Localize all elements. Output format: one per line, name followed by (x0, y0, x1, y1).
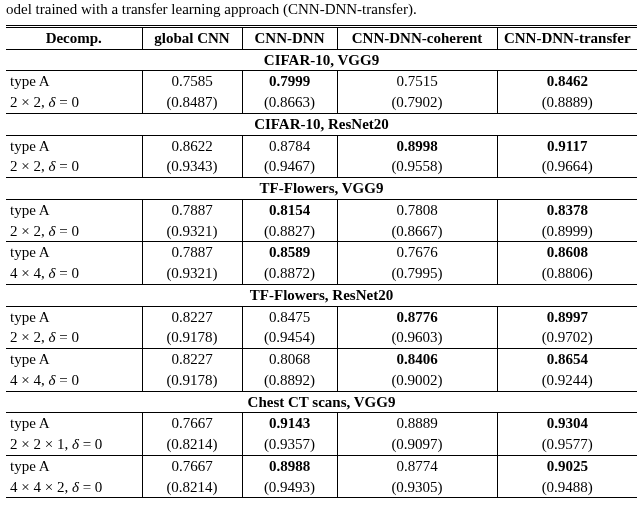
cell-cnn-dnn-coherent: (0.7995) (337, 263, 497, 284)
cell-cnn-dnn: 0.8589 (242, 242, 337, 263)
cell-cnn-dnn-transfer: (0.8889) (497, 92, 637, 113)
cell-global-cnn: 0.7667 (142, 455, 242, 476)
section-title-row: CIFAR-10, VGG9 (6, 49, 637, 71)
cell-cnn-dnn-coherent: (0.9603) (337, 327, 497, 348)
cell-cnn-dnn-transfer: 0.8378 (497, 199, 637, 220)
decomp-cell: 2 × 2, δ = 0 (6, 92, 142, 113)
cell-cnn-dnn-transfer: 0.8997 (497, 306, 637, 327)
cell-cnn-dnn: 0.8475 (242, 306, 337, 327)
cell-cnn-dnn-transfer: (0.9488) (497, 477, 637, 498)
cell-global-cnn: (0.8487) (142, 92, 242, 113)
table-row: type A0.78870.85890.76760.8608 (6, 242, 637, 263)
section-title: CIFAR-10, ResNet20 (6, 113, 637, 135)
cell-cnn-dnn: (0.8872) (242, 263, 337, 284)
section-title-row: TF-Flowers, ResNet20 (6, 284, 637, 306)
col-cnn-dnn-coherent: CNN-DNN-coherent (337, 26, 497, 49)
cell-cnn-dnn: 0.8988 (242, 455, 337, 476)
cell-cnn-dnn-transfer: 0.8608 (497, 242, 637, 263)
table-row: type A0.82270.84750.87760.8997 (6, 306, 637, 327)
table-row: 2 × 2, δ = 0(0.9343)(0.9467)(0.9558)(0.9… (6, 156, 637, 177)
decomp-cell: type A (6, 349, 142, 370)
table-row: 4 × 4 × 2, δ = 0(0.8214)(0.9493)(0.9305)… (6, 477, 637, 498)
cell-cnn-dnn-coherent: 0.8998 (337, 135, 497, 156)
cell-cnn-dnn: 0.7999 (242, 71, 337, 92)
col-global-cnn: global CNN (142, 26, 242, 49)
table-row: 4 × 4, δ = 0(0.9321)(0.8872)(0.7995)(0.8… (6, 263, 637, 284)
col-cnn-dnn: CNN-DNN (242, 26, 337, 49)
cell-cnn-dnn-transfer: (0.9244) (497, 370, 637, 391)
table-row: 4 × 4, δ = 0(0.9178)(0.8892)(0.9002)(0.9… (6, 370, 637, 391)
section-title-row: Chest CT scans, VGG9 (6, 391, 637, 413)
cell-cnn-dnn-transfer: (0.9702) (497, 327, 637, 348)
col-decomp: Decomp. (6, 26, 142, 49)
cell-cnn-dnn-coherent: 0.7676 (337, 242, 497, 263)
cell-cnn-dnn: (0.9454) (242, 327, 337, 348)
cell-cnn-dnn-transfer: 0.9117 (497, 135, 637, 156)
cell-cnn-dnn-coherent: (0.9558) (337, 156, 497, 177)
decomp-cell: type A (6, 242, 142, 263)
table-row: type A0.78870.81540.78080.8378 (6, 199, 637, 220)
cell-cnn-dnn-transfer: 0.8654 (497, 349, 637, 370)
decomp-cell: type A (6, 413, 142, 434)
section-title: TF-Flowers, ResNet20 (6, 284, 637, 306)
table-row: type A0.76670.91430.88890.9304 (6, 413, 637, 434)
cell-cnn-dnn: 0.8068 (242, 349, 337, 370)
decomp-cell: 4 × 4, δ = 0 (6, 263, 142, 284)
cell-cnn-dnn-transfer: (0.8999) (497, 221, 637, 242)
cell-global-cnn: 0.7585 (142, 71, 242, 92)
table-row: type A0.75850.79990.75150.8462 (6, 71, 637, 92)
decomp-cell: 2 × 2, δ = 0 (6, 156, 142, 177)
cell-cnn-dnn: 0.9143 (242, 413, 337, 434)
cell-cnn-dnn-transfer: (0.8806) (497, 263, 637, 284)
cell-cnn-dnn-transfer: 0.8462 (497, 71, 637, 92)
cell-global-cnn: (0.8214) (142, 477, 242, 498)
decomp-cell: 4 × 4, δ = 0 (6, 370, 142, 391)
cell-cnn-dnn-coherent: 0.7808 (337, 199, 497, 220)
cell-cnn-dnn: 0.8154 (242, 199, 337, 220)
cell-global-cnn: 0.7667 (142, 413, 242, 434)
decomp-cell: 2 × 2, δ = 0 (6, 327, 142, 348)
cell-cnn-dnn: (0.9493) (242, 477, 337, 498)
cell-global-cnn: 0.8227 (142, 306, 242, 327)
cell-cnn-dnn: (0.8892) (242, 370, 337, 391)
decomp-cell: 4 × 4 × 2, δ = 0 (6, 477, 142, 498)
cell-cnn-dnn: (0.9357) (242, 434, 337, 455)
decomp-cell: type A (6, 306, 142, 327)
table-header-row: Decomp. global CNN CNN-DNN CNN-DNN-coher… (6, 26, 637, 49)
table-row: 2 × 2 × 1, δ = 0(0.8214)(0.9357)(0.9097)… (6, 434, 637, 455)
cell-global-cnn: (0.9321) (142, 221, 242, 242)
cell-global-cnn: (0.9321) (142, 263, 242, 284)
cell-cnn-dnn-coherent: 0.7515 (337, 71, 497, 92)
section-title-row: CIFAR-10, ResNet20 (6, 113, 637, 135)
cell-cnn-dnn: (0.8827) (242, 221, 337, 242)
cell-global-cnn: 0.7887 (142, 242, 242, 263)
cell-cnn-dnn-coherent: 0.8406 (337, 349, 497, 370)
section-title: CIFAR-10, VGG9 (6, 49, 637, 71)
table-row: type A0.82270.80680.84060.8654 (6, 349, 637, 370)
cell-cnn-dnn-coherent: 0.8776 (337, 306, 497, 327)
decomp-cell: type A (6, 71, 142, 92)
cell-global-cnn: (0.9178) (142, 370, 242, 391)
cell-cnn-dnn-transfer: 0.9025 (497, 455, 637, 476)
cell-cnn-dnn-transfer: 0.9304 (497, 413, 637, 434)
cell-cnn-dnn-transfer: (0.9577) (497, 434, 637, 455)
caption-fragment: odel trained with a transfer learning ap… (6, 0, 634, 19)
decomp-cell: type A (6, 199, 142, 220)
section-title-row: TF-Flowers, VGG9 (6, 178, 637, 200)
cell-cnn-dnn-coherent: (0.9002) (337, 370, 497, 391)
cell-global-cnn: 0.7887 (142, 199, 242, 220)
cell-global-cnn: 0.8622 (142, 135, 242, 156)
cell-cnn-dnn-coherent: 0.8774 (337, 455, 497, 476)
col-cnn-dnn-transfer: CNN-DNN-transfer (497, 26, 637, 49)
cell-cnn-dnn-coherent: (0.9097) (337, 434, 497, 455)
cell-global-cnn: 0.8227 (142, 349, 242, 370)
cell-cnn-dnn-coherent: (0.9305) (337, 477, 497, 498)
table-row: 2 × 2, δ = 0(0.9321)(0.8827)(0.8667)(0.8… (6, 221, 637, 242)
cell-cnn-dnn: (0.8663) (242, 92, 337, 113)
decomp-cell: 2 × 2 × 1, δ = 0 (6, 434, 142, 455)
cell-global-cnn: (0.8214) (142, 434, 242, 455)
section-title: TF-Flowers, VGG9 (6, 178, 637, 200)
cell-cnn-dnn-coherent: (0.8667) (337, 221, 497, 242)
section-title: Chest CT scans, VGG9 (6, 391, 637, 413)
table-row: type A0.76670.89880.87740.9025 (6, 455, 637, 476)
